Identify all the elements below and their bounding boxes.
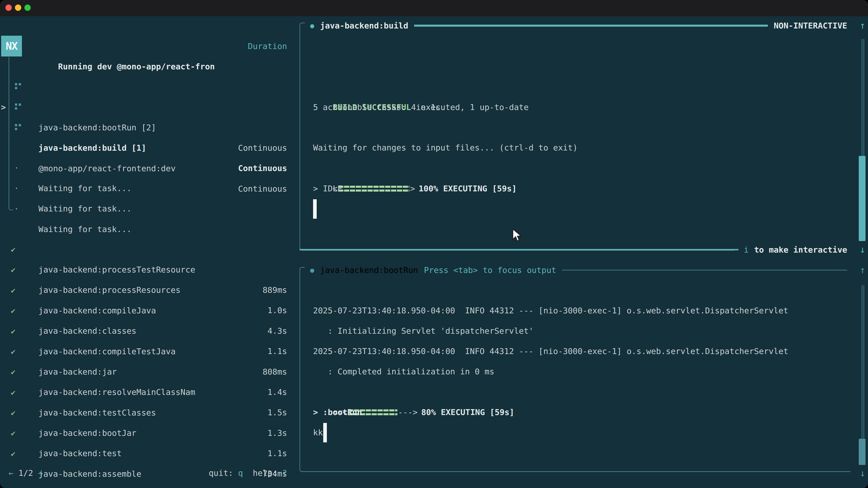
- scroll-down-icon[interactable]: ↓: [855, 239, 868, 260]
- scrollbar-thumb[interactable]: [859, 439, 866, 465]
- spinner-icon: [15, 124, 17, 126]
- task-row-completed[interactable]: ✔ java-backend:classes 1.1s: [0, 280, 287, 300]
- page-right-arrow-icon[interactable]: →: [38, 468, 43, 478]
- progress-label: 80% EXECUTING [59s]: [421, 408, 514, 417]
- bootrun-panel-header: ● java-backend:bootRun Press <tab> to fo…: [310, 260, 847, 280]
- build-progress-line: <>100% EXECUTING [59s]: [313, 158, 517, 178]
- scroll-down-icon[interactable]: ↓: [855, 463, 868, 484]
- build-panel-title: java-backend:build: [320, 21, 408, 30]
- mouse-cursor-icon: [512, 229, 522, 243]
- build-panel-header: ● java-backend:build NON-INTERACTIVE: [310, 15, 847, 36]
- tasks-summary-line: 5 actionable tasks: 4 executed, 1 up-to-…: [313, 97, 529, 118]
- task-row-completed[interactable]: ✔ java-backend:processTestResource 889ms: [0, 219, 287, 239]
- task-name: java-backend:test: [38, 443, 122, 464]
- zoom-button-icon[interactable]: [24, 4, 31, 11]
- sidebar-title: Running dev @mono-app/react-fron: [58, 62, 215, 71]
- task-row-build-selected[interactable]: java-backend:build [1] Continuous: [0, 97, 287, 118]
- scroll-up-icon[interactable]: ↑: [855, 260, 868, 280]
- progress-bar: [338, 186, 409, 192]
- task-row-completed[interactable]: ✔ java-backend:resolveMainClassNam 1.5s: [0, 341, 287, 362]
- duration-column-header: Duration: [0, 36, 287, 57]
- task-duration: 1.1s: [268, 443, 287, 464]
- idle-line: > IDLE: [313, 178, 342, 199]
- build-panel-footer: i to make interactive: [300, 239, 847, 260]
- page-number: 1/2: [18, 468, 33, 478]
- task-row-completed[interactable]: ✔ java-backend:processResources 1.0s: [0, 239, 287, 260]
- help-key: ?: [282, 468, 287, 478]
- log-line: : Completed initialization in 0 ms: [313, 361, 494, 382]
- task-row-completed[interactable]: ✔ java-backend:testClasses 1.3s: [0, 362, 287, 382]
- stdin-input-line[interactable]: kk: [313, 422, 323, 443]
- task-row-waiting[interactable]: · Waiting for task...: [0, 158, 287, 178]
- bootrun-task-line: > :bootRun: [313, 402, 362, 422]
- quit-label: quit:: [209, 468, 238, 478]
- focus-output-hint: Press <tab> to focus output: [424, 265, 556, 275]
- terminal-window: NX Running dev @mono-app/react-fron Dura…: [0, 0, 868, 488]
- task-dot-icon: ●: [310, 266, 314, 274]
- spinner-icon: [15, 103, 17, 106]
- task-name: Waiting for task...: [38, 199, 131, 219]
- page-left-arrow-icon[interactable]: ←: [8, 468, 13, 478]
- log-line: 2025-07-23T13:40:18.950-04:00 INFO 44312…: [313, 341, 788, 361]
- spinner-icon: [15, 83, 17, 86]
- task-dot-icon: ●: [310, 22, 314, 30]
- task-row-frontend-dev[interactable]: @mono-app/react-frontend:dev Continuous: [0, 118, 287, 138]
- interactive-key: i: [744, 245, 749, 254]
- build-panel-header-rule: [414, 25, 768, 27]
- bullet-icon: ·: [14, 199, 19, 219]
- build-panel-bottom-rule: [300, 249, 739, 250]
- text-cursor: [313, 199, 317, 219]
- sidebar-footer: ← 1/2 → quit: q help: ?: [8, 463, 287, 483]
- bootrun-panel-title: java-backend:bootRun: [320, 265, 418, 275]
- task-row-completed[interactable]: ✔ java-backend:jar 1.4s: [0, 321, 287, 341]
- title-bar: [0, 0, 868, 16]
- mode-badge: NON-INTERACTIVE: [774, 21, 847, 30]
- task-row-completed[interactable]: ✔ java-backend:bootJar 1.1s: [0, 382, 287, 402]
- scroll-up-icon[interactable]: ↑: [855, 15, 868, 36]
- task-duration: 774ms: [263, 484, 287, 488]
- check-icon: ✔: [11, 444, 16, 464]
- quit-key: q: [238, 468, 243, 478]
- progress-right-cap: >: [410, 184, 415, 193]
- waiting-changes-line: Waiting for changes to input files... (c…: [313, 138, 578, 158]
- log-line: : Initializing Servlet 'dispatcherServle…: [313, 321, 533, 341]
- task-row-completed[interactable]: ✔ java-backend:compileJava 4.3s: [0, 260, 287, 280]
- close-button-icon[interactable]: [5, 4, 12, 11]
- task-row-waiting[interactable]: · Waiting for task...: [0, 138, 287, 158]
- minimize-button-icon[interactable]: [15, 4, 21, 11]
- task-row-bootrun[interactable]: java-backend:bootRun [2] Continuous: [0, 77, 287, 97]
- scrollbar-track[interactable]: [862, 285, 864, 439]
- scrollbar-thumb[interactable]: [859, 156, 866, 241]
- progress-label: 100% EXECUTING [59s]: [418, 184, 517, 193]
- key-hints: quit: q help: ?: [209, 463, 287, 483]
- page-indicator: [13, 468, 19, 478]
- bootrun-panel-header-rule: [562, 270, 847, 270]
- progress-right-cap: --->: [398, 408, 418, 417]
- interactive-label: to make interactive: [754, 245, 847, 254]
- bootrun-progress-line: <<<--->80% EXECUTING [59s]: [313, 382, 514, 402]
- task-row-completed[interactable]: ✔ java-backend:test 734ms: [0, 402, 287, 423]
- help-label: help:: [243, 468, 282, 478]
- log-line: 2025-07-23T13:40:18.950-04:00 INFO 44312…: [313, 300, 788, 321]
- text-cursor: [323, 423, 327, 442]
- task-row-completed[interactable]: ✔ java-backend:compileTestJava 808ms: [0, 301, 287, 321]
- task-row-waiting[interactable]: · Waiting for task...: [0, 178, 287, 199]
- task-row-completed[interactable]: ✔ java-backend:assemble 774ms: [0, 423, 287, 444]
- build-success-line: BUILD SUCCESSFUL in 1s: [313, 77, 440, 97]
- scrollbar-track[interactable]: [862, 39, 864, 156]
- pagination: ← 1/2 →: [8, 463, 43, 483]
